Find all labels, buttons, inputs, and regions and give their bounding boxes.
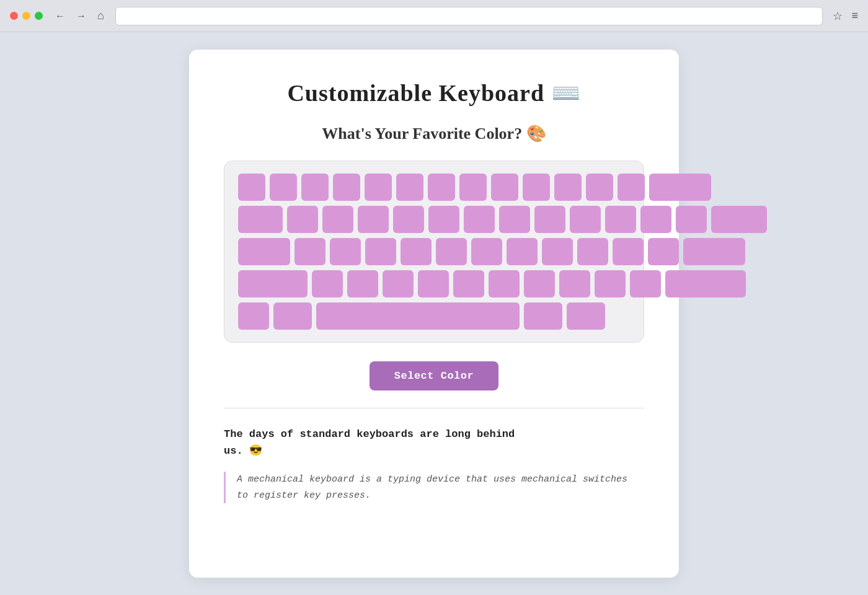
tagline: The days of standard keyboards are long … [224,426,644,459]
nav-buttons: ← → ⌂ [53,8,107,24]
key-ctrl-left[interactable] [273,302,312,330]
back-button[interactable]: ← [53,9,68,23]
key-6[interactable] [428,174,455,201]
minimize-button[interactable] [22,12,30,20]
key-q[interactable] [287,206,318,233]
key-0[interactable] [554,174,582,201]
key-shift-right[interactable] [665,270,746,298]
key-2[interactable] [301,174,329,201]
keyboard-row-4 [238,270,630,298]
key-9[interactable] [523,174,550,201]
key-3[interactable] [333,174,360,201]
keyboard-row-3 [238,238,630,265]
traffic-lights [10,12,43,20]
browser-content: Customizable Keyboard ⌨️ What's Your Fav… [0,32,868,595]
quote-block: A mechanical keyboard is a typing device… [224,472,644,503]
key-z[interactable] [312,270,343,298]
key-g[interactable] [436,238,467,265]
address-bar[interactable] [115,7,823,25]
key-fn[interactable] [238,302,269,330]
home-button[interactable]: ⌂ [95,8,107,24]
close-button[interactable] [10,12,18,20]
key-f[interactable] [401,238,432,265]
key-semicolon[interactable] [613,238,644,265]
page-title: Customizable Keyboard ⌨️ [224,79,644,107]
key-i[interactable] [534,206,565,233]
keyboard-container [224,161,644,343]
keyboard-row-5 [238,302,630,330]
keyboard-row-1 [238,174,630,201]
key-minus[interactable] [586,174,613,201]
maximize-button[interactable] [35,12,43,20]
key-w[interactable] [322,206,353,233]
key-5[interactable] [396,174,423,201]
key-arrow[interactable] [567,302,605,330]
key-backslash[interactable] [711,206,767,233]
bookmark-button[interactable]: ☆ [833,9,843,23]
key-h[interactable] [471,238,502,265]
color-question: What's Your Favorite Color? 🎨 [224,124,644,143]
key-d[interactable] [365,238,396,265]
key-s[interactable] [330,238,361,265]
toolbar-right: ☆ ≡ [833,9,858,23]
key-o[interactable] [570,206,601,233]
key-tab[interactable] [238,206,283,233]
key-n[interactable] [489,270,520,298]
browser-window: ← → ⌂ ☆ ≡ Customizable Keyboard ⌨️ What'… [0,0,868,595]
menu-button[interactable]: ≡ [851,9,858,22]
key-a[interactable] [294,238,326,265]
key-c[interactable] [383,270,414,298]
quote-text: A mechanical keyboard is a typing device… [237,474,627,501]
select-color-button[interactable]: Select Color [370,361,498,390]
title-bar: ← → ⌂ ☆ ≡ [0,0,868,32]
key-comma[interactable] [559,270,590,298]
key-l[interactable] [577,238,608,265]
key-k[interactable] [542,238,573,265]
key-equal[interactable] [618,174,645,201]
key-slash[interactable] [630,270,661,298]
key-b[interactable] [453,270,484,298]
key-bracket-close[interactable] [676,206,707,233]
key-shift-left[interactable] [238,270,308,298]
key-7[interactable] [459,174,487,201]
keyboard-row-2 [238,206,630,233]
key-esc[interactable] [238,174,265,201]
key-p[interactable] [605,206,636,233]
key-r[interactable] [393,206,424,233]
key-space[interactable] [316,302,520,330]
page-card: Customizable Keyboard ⌨️ What's Your Fav… [189,50,679,578]
key-1[interactable] [270,174,297,201]
key-bracket-open[interactable] [640,206,671,233]
key-x[interactable] [347,270,378,298]
key-8[interactable] [491,174,518,201]
key-caps-lock[interactable] [238,238,290,265]
key-t[interactable] [428,206,459,233]
key-4[interactable] [365,174,392,201]
key-u[interactable] [499,206,530,233]
key-period[interactable] [595,270,626,298]
key-quote[interactable] [648,238,679,265]
key-enter[interactable] [683,238,745,265]
key-alt-right[interactable] [524,302,562,330]
key-m[interactable] [524,270,555,298]
forward-button[interactable]: → [74,9,89,23]
key-v[interactable] [418,270,449,298]
section-divider [224,408,644,408]
key-y[interactable] [464,206,495,233]
key-e[interactable] [358,206,389,233]
key-backspace[interactable] [649,174,711,201]
key-j[interactable] [507,238,538,265]
